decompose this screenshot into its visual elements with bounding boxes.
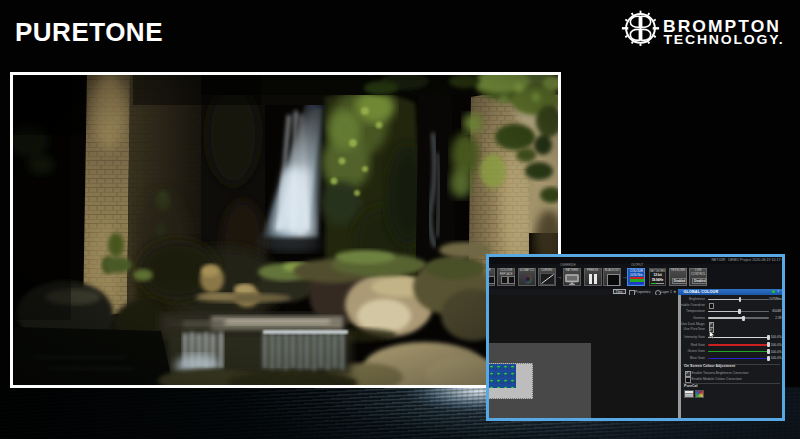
svg-text:TECHNOLOGY.: TECHNOLOGY.	[664, 33, 785, 47]
